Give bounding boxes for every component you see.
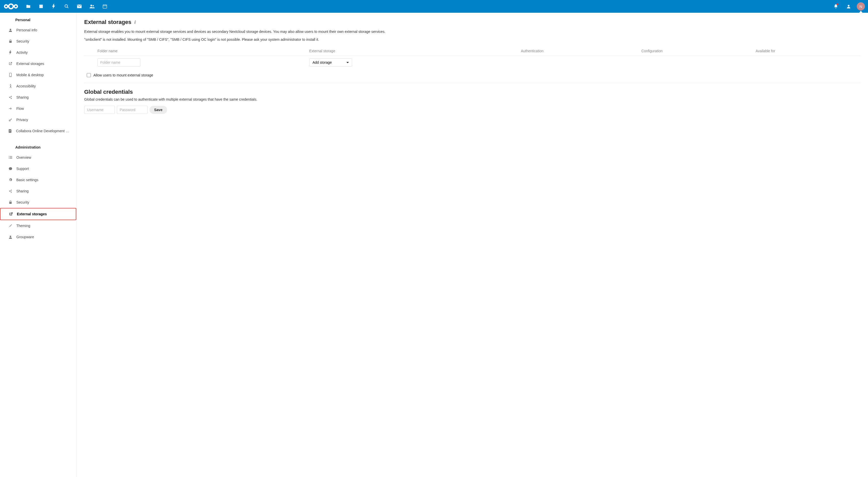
- app-header: N: [0, 0, 868, 13]
- external-icon: [9, 212, 13, 216]
- svg-point-16: [10, 84, 11, 85]
- sidebar-item-external-storages[interactable]: External storages: [0, 58, 76, 69]
- folder-name-input[interactable]: [97, 58, 140, 67]
- calendar-app-icon[interactable]: [98, 0, 111, 13]
- sidebar-item-sharing[interactable]: Sharing: [0, 92, 76, 103]
- sidebar-item-personal-info[interactable]: Personal info: [0, 25, 76, 36]
- list-icon: [8, 156, 13, 159]
- global-credentials-desc: Global credentials can be used to authen…: [84, 97, 860, 102]
- admin-section-title: Administration: [0, 143, 76, 152]
- add-storage-select[interactable]: Add storage: [309, 58, 352, 67]
- svg-point-19: [11, 98, 12, 99]
- user-icon: [8, 235, 13, 239]
- svg-point-3: [65, 5, 68, 7]
- avatar[interactable]: N: [857, 2, 865, 10]
- contacts-menu-icon[interactable]: [843, 1, 854, 12]
- sidebar-item-privacy[interactable]: Privacy: [0, 114, 76, 125]
- sidebar-item-mobile-desktop[interactable]: Mobile & desktop: [0, 69, 76, 80]
- sidebar-item-security[interactable]: Security: [0, 36, 76, 47]
- sidebar-item-accessibility[interactable]: Accessibility: [0, 80, 76, 92]
- brush-icon: [8, 224, 13, 228]
- col-auth: Authentication: [519, 47, 640, 56]
- sidebar-item-label: Basic settings: [16, 178, 38, 182]
- svg-rect-31: [10, 158, 12, 159]
- svg-point-12: [10, 29, 11, 30]
- col-available: Available for: [754, 47, 861, 56]
- allow-users-checkbox[interactable]: [87, 73, 91, 77]
- allow-users-label[interactable]: Allow users to mount external storage: [93, 73, 153, 77]
- svg-rect-25: [9, 131, 10, 132]
- sidebar-item-collabora[interactable]: Collabora Online Development Edit…: [0, 125, 76, 137]
- sidebar-item-label: Accessibility: [16, 84, 36, 88]
- sidebar-item-label: Collabora Online Development Edit…: [16, 129, 71, 133]
- sidebar-item-label: Theming: [16, 224, 30, 228]
- svg-point-22: [9, 120, 10, 121]
- search-app-icon[interactable]: [60, 0, 73, 13]
- personal-section-title: Personal: [0, 15, 76, 25]
- svg-line-21: [10, 98, 11, 98]
- svg-rect-37: [9, 202, 11, 204]
- svg-rect-30: [9, 158, 9, 159]
- col-external: External storage: [307, 47, 519, 56]
- sidebar-item-label: Support: [16, 167, 29, 171]
- svg-point-6: [93, 5, 94, 6]
- global-username-input[interactable]: [84, 106, 115, 114]
- activity-app-icon[interactable]: [48, 0, 60, 13]
- sidebar-item-basic-settings[interactable]: Basic settings: [0, 174, 76, 185]
- sidebar-item-admin-security[interactable]: Security: [0, 197, 76, 208]
- sidebar-item-label: Personal info: [16, 28, 37, 32]
- svg-rect-28: [9, 157, 9, 158]
- save-button[interactable]: Save: [150, 106, 167, 114]
- gear-icon: [8, 178, 13, 182]
- flow-icon: [8, 107, 13, 110]
- lock-icon: [8, 201, 13, 204]
- sidebar-item-activity[interactable]: Activity: [0, 47, 76, 58]
- sidebar-item-flow[interactable]: Flow: [0, 103, 76, 114]
- sidebar-item-label: Activity: [16, 50, 28, 55]
- sidebar-item-label: External storages: [16, 62, 44, 66]
- sidebar-item-overview[interactable]: Overview: [0, 152, 76, 163]
- external-icon: [8, 62, 13, 66]
- avatar-initial: N: [860, 4, 862, 9]
- lock-icon: [8, 39, 13, 43]
- sidebar-item-support[interactable]: Support: [0, 163, 76, 174]
- notifications-icon[interactable]: [830, 1, 841, 12]
- svg-rect-23: [9, 130, 11, 131]
- svg-rect-24: [9, 131, 11, 131]
- global-password-input[interactable]: [117, 106, 148, 114]
- svg-point-11: [848, 5, 849, 7]
- sidebar-item-label: External storages: [17, 212, 47, 216]
- photos-app-icon[interactable]: [35, 0, 48, 13]
- svg-rect-29: [10, 157, 12, 158]
- storage-table: Folder name External storage Authenticat…: [84, 47, 860, 69]
- sidebar-item-theming[interactable]: Theming: [0, 220, 76, 231]
- svg-point-38: [10, 236, 11, 237]
- nextcloud-logo[interactable]: [3, 2, 19, 11]
- share-icon: [8, 96, 13, 99]
- info-icon[interactable]: i: [134, 20, 136, 25]
- page-title: External storages: [84, 19, 131, 26]
- files-app-icon[interactable]: [22, 0, 35, 13]
- svg-point-34: [11, 192, 12, 193]
- sidebar-item-admin-sharing[interactable]: Sharing: [0, 185, 76, 197]
- mail-app-icon[interactable]: [73, 0, 86, 13]
- sidebar-item-label: Mobile & desktop: [16, 73, 43, 77]
- sidebar-item-label: Security: [16, 200, 29, 204]
- warning-text: "smbclient" is not installed. Mounting o…: [84, 37, 860, 42]
- svg-point-32: [11, 190, 12, 191]
- svg-rect-26: [9, 156, 9, 157]
- sidebar-item-label: Privacy: [16, 118, 28, 122]
- sidebar-item-groupware[interactable]: Groupware: [0, 231, 76, 243]
- sidebar-item-label: Flow: [16, 106, 24, 111]
- svg-rect-7: [103, 5, 107, 8]
- sidebar-item-label: Security: [16, 39, 29, 43]
- lightning-icon: [8, 50, 13, 55]
- highlight-box: External storages: [0, 208, 76, 220]
- notification-dot: [837, 3, 838, 5]
- sidebar-item-admin-external-storages[interactable]: External storages: [1, 208, 76, 219]
- col-folder: Folder name: [95, 47, 307, 56]
- sidebar-item-label: Overview: [16, 156, 31, 160]
- svg-rect-27: [10, 156, 12, 157]
- svg-point-18: [9, 97, 10, 98]
- contacts-app-icon[interactable]: [86, 0, 98, 13]
